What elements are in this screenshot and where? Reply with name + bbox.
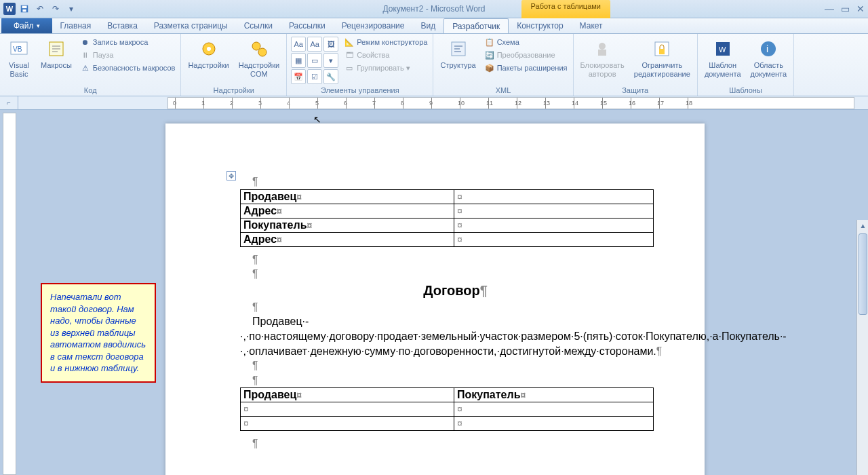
empty-para[interactable]: ¶	[252, 436, 671, 451]
empty-para[interactable]: ¶	[252, 373, 671, 388]
macros-button[interactable]: Макросы	[38, 37, 75, 71]
workspace: Напечатали вот такой договор. Нам надо, …	[0, 110, 868, 475]
com-addins-button[interactable]: Надстройки COM	[236, 37, 282, 79]
picture-control-icon[interactable]: 🖼	[323, 37, 338, 52]
richtext-control-icon[interactable]: Aa	[291, 37, 306, 52]
ribbon: VB Visual Basic Макросы ⏺Запись макроса …	[0, 34, 868, 96]
dropdown-control-icon[interactable]: ▾	[323, 53, 338, 68]
heading[interactable]: Договор¶	[240, 282, 671, 300]
save-icon[interactable]	[18, 2, 31, 16]
schema-icon: 📋	[484, 37, 495, 48]
ruler-bar: ⌐ 0123456789101112131415161718	[0, 96, 868, 110]
word-icon: W	[3, 3, 16, 15]
tab-table-layout[interactable]: Макет	[572, 18, 611, 33]
warning-icon: ⚠	[80, 63, 91, 74]
svg-point-9	[258, 48, 267, 56]
svg-rect-2	[22, 10, 26, 12]
empty-para[interactable]: ¶	[252, 174, 671, 189]
restrict-editing-button[interactable]: Ограничить редактирование	[631, 37, 693, 79]
visual-basic-button[interactable]: VB Visual Basic	[4, 37, 34, 79]
tab-layout[interactable]: Разметка страницы	[146, 18, 236, 33]
svg-text:i: i	[766, 43, 768, 54]
transform-icon: 🔄	[484, 50, 495, 61]
block-authors-button: Блокировать авторов	[578, 37, 627, 79]
macros-icon	[45, 38, 67, 60]
table-bottom[interactable]: Продавец¤Покупатель¤ ¤¤ ¤¤	[240, 387, 654, 431]
empty-para[interactable]: ¶	[252, 252, 671, 267]
ribbon-group-code: VB Visual Basic Макросы ⏺Запись макроса …	[0, 34, 181, 96]
ribbon-group-controls: Aa Aa 🖼 ▦ ▭ ▾ 📅 ☑ 🔧 📐Режим конструктора …	[287, 34, 433, 96]
tab-developer[interactable]: Разработчик	[443, 18, 509, 33]
empty-para[interactable]: ¶	[252, 267, 671, 282]
table-top[interactable]: Продавец¤¤ Адрес¤¤ Покупатель¤¤ Адрес¤¤	[240, 189, 654, 247]
tab-design[interactable]: Конструктор	[509, 18, 571, 33]
macro-security-button[interactable]: ⚠Безопасность макросов	[79, 62, 177, 75]
record-macro-button[interactable]: ⏺Запись макроса	[79, 37, 177, 49]
page[interactable]: ✥ ¶ Продавец¤¤ Адрес¤¤ Покупатель¤¤ Адре…	[165, 124, 705, 475]
gears-icon	[248, 38, 270, 60]
gear-icon	[198, 38, 220, 60]
annotation-callout: Напечатали вот такой договор. Нам надо, …	[41, 283, 156, 383]
svg-rect-14	[659, 49, 665, 54]
vertical-ruler[interactable]	[3, 113, 16, 475]
tab-references[interactable]: Ссылки	[236, 18, 281, 33]
design-mode-button[interactable]: 📐Режим конструктора	[342, 37, 429, 49]
addins-button[interactable]: Надстройки	[185, 37, 231, 71]
undo-icon[interactable]: ↶	[33, 2, 47, 16]
minimize-icon[interactable]: —	[825, 3, 834, 14]
legacy-tools-icon[interactable]: 🔧	[323, 69, 338, 84]
pause-macro-button[interactable]: ⏸Пауза	[79, 50, 177, 62]
svg-point-11	[599, 43, 606, 50]
tab-home[interactable]: Главная	[52, 18, 100, 33]
empty-para[interactable]: ¶	[252, 300, 671, 315]
tab-insert[interactable]: Вставка	[99, 18, 146, 33]
scroll-thumb[interactable]	[859, 233, 867, 315]
buildingblock-control-icon[interactable]: ▦	[291, 53, 306, 68]
tab-selector[interactable]: ⌐	[0, 96, 18, 110]
file-tab[interactable]: Файл	[1, 18, 52, 33]
document-panel-button[interactable]: i Область документа	[748, 37, 790, 79]
window-title: Документ2 - Microsoft Word	[382, 4, 485, 14]
contract-body[interactable]: Продавец·-·,·по·настоящему·договору·прод…	[240, 314, 671, 358]
info-icon: i	[757, 38, 779, 60]
expansion-icon: 📦	[484, 63, 495, 74]
properties-button: 🗔Свойства	[342, 50, 429, 62]
checkbox-control-icon[interactable]: ☑	[307, 69, 322, 84]
combobox-control-icon[interactable]: ▭	[307, 53, 322, 68]
tab-mailings[interactable]: Рассылки	[281, 18, 334, 33]
empty-para[interactable]: ¶	[252, 358, 671, 373]
design-icon: 📐	[344, 37, 355, 48]
svg-text:W: W	[719, 45, 726, 54]
vertical-scrollbar[interactable]: ▲ ▼	[856, 220, 868, 475]
structure-icon	[448, 38, 469, 60]
table-move-handle-icon[interactable]: ✥	[226, 171, 236, 180]
tab-view[interactable]: Вид	[412, 18, 443, 33]
schema-button[interactable]: 📋Схема	[483, 37, 569, 49]
date-control-icon[interactable]: 📅	[291, 69, 306, 84]
group-icon: ▭	[344, 63, 355, 74]
ribbon-group-protect: Блокировать авторов Ограничить редактиро…	[574, 34, 698, 96]
svg-text:VB: VB	[13, 45, 22, 53]
tab-review[interactable]: Рецензирование	[334, 18, 413, 33]
svg-point-8	[252, 42, 260, 50]
ribbon-group-xml: Структура 📋Схема 🔄Преобразование 📦Пакеты…	[433, 34, 573, 96]
properties-icon: 🗔	[344, 50, 355, 61]
group-button: ▭Группировать ▾	[342, 62, 429, 75]
expansion-button[interactable]: 📦Пакеты расширения	[483, 62, 569, 75]
pause-icon: ⏸	[80, 50, 91, 61]
horizontal-ruler[interactable]: 0123456789101112131415161718	[167, 97, 854, 109]
plaintext-control-icon[interactable]: Aa	[307, 37, 322, 52]
scroll-up-icon[interactable]: ▲	[857, 220, 868, 231]
record-icon: ⏺	[80, 37, 91, 48]
redo-icon[interactable]: ↷	[49, 2, 62, 16]
template-icon: W	[712, 38, 734, 60]
close-icon[interactable]: ✕	[856, 3, 865, 14]
svg-rect-1	[22, 6, 27, 9]
qat-dropdown-icon[interactable]: ▾	[64, 2, 78, 16]
structure-button[interactable]: Структура	[437, 37, 478, 71]
lock-icon	[651, 38, 673, 60]
document-template-button[interactable]: W Шаблон документа	[702, 37, 744, 79]
title-bar: W ↶ ↷ ▾ Документ2 - Microsoft Word Работ…	[0, 0, 868, 18]
restore-icon[interactable]: ▭	[841, 3, 850, 14]
ribbon-group-addins: Надстройки Надстройки COM Надстройки	[181, 34, 287, 96]
